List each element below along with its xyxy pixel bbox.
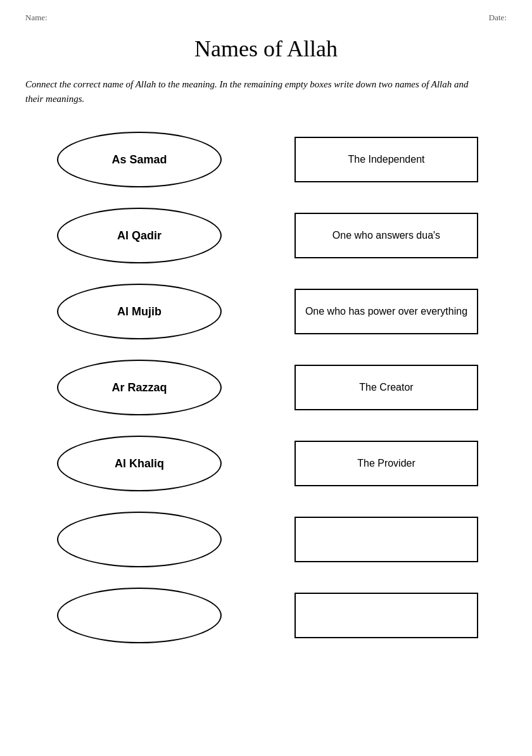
matching-row: Al QadirOne who answers dua's — [25, 201, 507, 270]
meaning-box: The Independent — [294, 137, 478, 182]
name-oval-empty[interactable] — [57, 588, 222, 643]
name-oval: Al Mujib — [57, 284, 222, 339]
matching-area: As SamadThe IndependentAl QadirOne who a… — [25, 125, 507, 657]
right-column: The Independent — [279, 137, 494, 182]
left-column: As Samad — [25, 132, 253, 187]
name-oval-empty[interactable] — [57, 512, 222, 567]
right-column — [279, 517, 494, 562]
left-column: Al Khaliq — [25, 436, 253, 491]
matching-row: Ar RazzaqThe Creator — [25, 353, 507, 422]
instructions: Connect the correct name of Allah to the… — [25, 77, 481, 106]
page-title: Names of Allah — [25, 35, 507, 62]
left-column: Al Qadir — [25, 208, 253, 263]
matching-row — [25, 581, 507, 650]
meaning-box: The Creator — [294, 365, 478, 410]
right-column: One who answers dua's — [279, 213, 494, 258]
name-oval: Ar Razzaq — [57, 360, 222, 415]
right-column: One who has power over everything — [279, 289, 494, 334]
name-oval: As Samad — [57, 132, 222, 187]
name-oval: Al Khaliq — [57, 436, 222, 491]
matching-row: Al KhaliqThe Provider — [25, 429, 507, 498]
matching-row: As SamadThe Independent — [25, 125, 507, 194]
name-label: Name: — [25, 13, 48, 23]
name-oval: Al Qadir — [57, 208, 222, 263]
left-column: Ar Razzaq — [25, 360, 253, 415]
right-column — [279, 593, 494, 638]
left-column: Al Mujib — [25, 284, 253, 339]
meaning-box-empty[interactable] — [294, 517, 478, 562]
left-column — [25, 512, 253, 567]
right-column: The Creator — [279, 365, 494, 410]
matching-row: Al MujibOne who has power over everythin… — [25, 277, 507, 346]
meaning-box-empty[interactable] — [294, 593, 478, 638]
right-column: The Provider — [279, 441, 494, 486]
left-column — [25, 588, 253, 643]
matching-row — [25, 505, 507, 574]
meaning-box: The Provider — [294, 441, 478, 486]
meaning-box: One who answers dua's — [294, 213, 478, 258]
date-label: Date: — [489, 13, 507, 23]
meaning-box: One who has power over everything — [294, 289, 478, 334]
